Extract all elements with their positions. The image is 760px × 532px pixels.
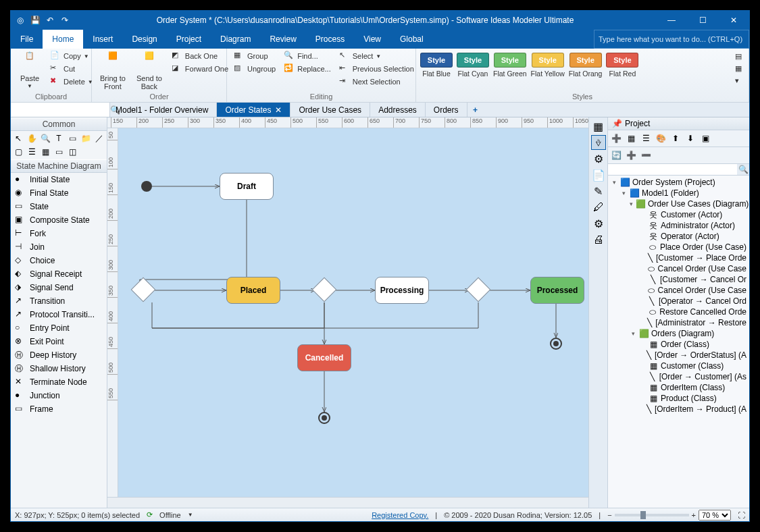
tree-node[interactable]: ⬭Place Order (Use Case) <box>608 242 749 252</box>
search-icon[interactable]: 🔍 <box>737 164 749 175</box>
toolbox-item[interactable]: ⬖Signal Receipt <box>11 267 107 281</box>
tree-node[interactable]: ▦Order (Class) <box>608 339 749 350</box>
ungroup-button[interactable]: ▨Ungroup <box>231 63 278 75</box>
status-registered-link[interactable]: Registered Copy. <box>372 511 428 519</box>
list-view-icon[interactable]: ☰ <box>640 132 652 144</box>
find-button[interactable]: 🔍Find... <box>281 50 334 62</box>
doc-tab[interactable]: Order States✕ <box>217 103 290 117</box>
cut-button[interactable]: ✂Cut <box>47 63 96 75</box>
refresh-icon[interactable]: 🔄 <box>610 149 622 161</box>
doc-tab[interactable]: Addresses <box>370 103 426 117</box>
strip-3-icon[interactable]: ⚙ <box>591 151 606 166</box>
close-tab-icon[interactable]: ✕ <box>275 105 282 115</box>
doc-tab[interactable]: Order Use Cases <box>290 103 370 117</box>
menu-process[interactable]: Process <box>306 30 354 49</box>
bring-to-front-button[interactable]: 🟧Bring to Front <box>96 50 130 92</box>
toolbox-item[interactable]: ↗Protocol Transiti... <box>11 308 107 321</box>
tree-node[interactable]: ⬭Cancel Order (Use Case <box>608 285 749 296</box>
strip-2-icon[interactable]: ⎀ <box>591 135 606 150</box>
tree-node[interactable]: 웃Operator (Actor) <box>608 231 749 242</box>
strip-5-icon[interactable]: ✎ <box>591 184 606 198</box>
strip-7-icon[interactable]: ⚙ <box>591 216 606 231</box>
toolbox-item[interactable]: ◉Final State <box>11 186 107 200</box>
zoom-select[interactable]: 70 % <box>699 510 731 521</box>
toolbox-item[interactable]: ✕Terminate Node <box>11 375 107 389</box>
replace-button[interactable]: 🔁Replace... <box>281 63 334 75</box>
connector-icon[interactable]: ／ <box>94 133 105 144</box>
tree-node[interactable]: ╲[OrderItem → Product] (A <box>608 404 749 415</box>
nav-up-icon[interactable]: ⬆ <box>669 132 682 144</box>
strip-8-icon[interactable]: 🖨 <box>591 232 606 247</box>
stack-icon[interactable]: ☰ <box>26 147 37 157</box>
doc-tab[interactable]: Orders <box>426 103 467 117</box>
menu-review[interactable]: Review <box>260 30 305 49</box>
tree-node[interactable]: 웃Administrator (Actor) <box>608 220 749 231</box>
region-icon[interactable]: ▭ <box>67 133 78 144</box>
maximize-button[interactable]: ☐ <box>687 11 718 30</box>
minimize-button[interactable]: — <box>656 11 687 30</box>
toolbox-item[interactable]: ↗Transition <box>11 294 107 308</box>
tree-node[interactable]: ▾🟦Order System (Project) <box>608 177 749 188</box>
pointer-icon[interactable]: ↖ <box>13 133 24 144</box>
state-placed[interactable]: Placed <box>226 277 280 304</box>
remove-icon[interactable]: ➖ <box>640 149 652 161</box>
hand-icon[interactable]: ✋ <box>26 133 37 144</box>
expander-icon[interactable]: ▾ <box>630 330 636 337</box>
final-state-2[interactable] <box>550 338 562 350</box>
toolbox-item[interactable]: ▣Composite State <box>11 213 107 227</box>
state-processed[interactable]: Processed <box>530 277 584 304</box>
tree-node[interactable]: ▦Product (Class) <box>608 393 749 404</box>
choice-3[interactable] <box>466 277 491 302</box>
close-button[interactable]: ✕ <box>718 11 749 30</box>
grid-icon[interactable]: ▦ <box>40 147 51 157</box>
select-button[interactable]: ↖Select ▼ <box>336 50 417 62</box>
add-icon[interactable]: ➕ <box>625 149 637 161</box>
tree-node[interactable]: ▾🟩Order Use Cases (Diagram) <box>608 198 749 209</box>
menu-home[interactable]: Home <box>43 30 83 49</box>
style-chip[interactable]: Style <box>494 53 526 68</box>
note-icon[interactable]: ▢ <box>13 147 24 157</box>
style-more-3[interactable]: ▾ <box>732 76 744 86</box>
toolbox-item[interactable]: ⊣Join <box>11 240 107 254</box>
expander-icon[interactable]: ▾ <box>611 179 617 186</box>
tree-node[interactable]: ╲[Customer → Cancel Or <box>608 274 749 285</box>
toolbox-item[interactable]: ▭Frame <box>11 402 107 416</box>
copy-button[interactable]: 📄Copy ▼ <box>47 50 96 62</box>
toolbox-search-input[interactable] <box>11 103 109 117</box>
tree-node[interactable]: ⬭Cancel Order (Use Case <box>608 263 749 274</box>
grid-view-icon[interactable]: ▦ <box>625 132 637 144</box>
horizontal-scrollbar[interactable] <box>107 497 588 508</box>
menu-view[interactable]: View <box>354 30 390 49</box>
doc-tab[interactable]: Model1 - Folder Overview <box>107 103 217 117</box>
paste-button[interactable]: 📋 Paste ▼ <box>15 50 45 91</box>
strip-6-icon[interactable]: 🖊 <box>591 200 606 215</box>
ribbon-search[interactable]: Type here what you want to do... (CTRL+Q… <box>594 30 749 49</box>
toolbox-item[interactable]: ⬗Signal Send <box>11 281 107 294</box>
forward-one-button[interactable]: ◪Forward One <box>169 63 231 75</box>
tree-node[interactable]: ╲[Customer → Place Orde <box>608 252 749 263</box>
toolbox-item[interactable]: ▭State <box>11 200 107 213</box>
toolbox-item[interactable]: ⒽShallow History <box>11 362 107 375</box>
menu-file[interactable]: File <box>11 30 43 49</box>
folder-icon[interactable]: 📁 <box>80 133 91 144</box>
add-tab-button[interactable]: + <box>467 103 484 117</box>
new-diagram-icon[interactable]: ➕ <box>610 132 622 144</box>
fullscreen-icon[interactable]: ⛶ <box>738 511 745 519</box>
toolbox-item[interactable]: ●Junction <box>11 389 107 402</box>
tree-node[interactable]: ╲[Order → Customer] (As <box>608 371 749 382</box>
tree-node[interactable]: ╲[Order → OrderStatus] (A <box>608 350 749 361</box>
style-more-1[interactable]: ▤ <box>732 51 744 61</box>
toolbox-item[interactable]: ⊢Fork <box>11 227 107 240</box>
expander-icon[interactable]: ▾ <box>620 190 627 196</box>
tree-node[interactable]: ▾🟦Model1 (Folder) <box>608 188 749 198</box>
tree-node[interactable]: ▾🟩Orders (Diagram) <box>608 328 749 339</box>
state-draft[interactable]: Draft <box>220 173 274 200</box>
menu-project[interactable]: Project <box>167 30 211 49</box>
expander-icon[interactable]: ▾ <box>630 201 633 207</box>
menu-global[interactable]: Global <box>390 30 433 49</box>
zoom-out-icon[interactable]: − <box>607 511 611 519</box>
colors-icon[interactable]: 🎨 <box>655 132 667 144</box>
tree-node[interactable]: ▦Customer (Class) <box>608 361 749 371</box>
style-chip[interactable]: Style <box>420 53 453 68</box>
group-button[interactable]: ▦Group <box>231 50 278 62</box>
